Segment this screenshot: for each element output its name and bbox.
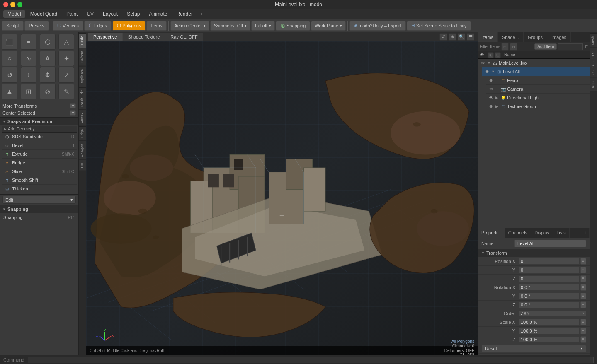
tool-cylinder[interactable]: ⬡ bbox=[40, 34, 56, 50]
expand-icon-light[interactable]: ▶ bbox=[495, 96, 500, 100]
scale-z-btn[interactable]: ≡ bbox=[580, 336, 586, 343]
filter-input[interactable] bbox=[558, 43, 583, 50]
vtab-basic[interactable]: Basic bbox=[79, 33, 86, 48]
items-view-icon-2[interactable]: ⊟ bbox=[495, 52, 501, 58]
position-y-btn[interactable]: ≡ bbox=[580, 267, 586, 273]
tool-sphere[interactable]: ● bbox=[21, 34, 36, 50]
tool-weight[interactable]: ⊞ bbox=[21, 84, 36, 99]
tool-extrude[interactable]: ⬆ Extrude Shift-X bbox=[2, 150, 77, 159]
tool-cone[interactable]: △ bbox=[58, 34, 74, 50]
menu-render[interactable]: Render bbox=[172, 10, 197, 18]
eye-icon-camera[interactable]: 👁 bbox=[488, 86, 495, 92]
menu-layout[interactable]: Layout bbox=[99, 10, 122, 18]
eye-icon-texture[interactable]: 👁 bbox=[488, 103, 495, 110]
snapping-button[interactable]: ⊕ Snapping bbox=[276, 21, 311, 31]
scale-y-value[interactable]: 100.0 % bbox=[519, 328, 580, 334]
add-geometry-header[interactable]: Add Geometry bbox=[2, 126, 77, 133]
tool-thicken[interactable]: ⊟ Thicken bbox=[2, 185, 77, 193]
position-x-value[interactable]: 0 bbox=[519, 258, 580, 265]
viewport-search-button[interactable]: 🔍 bbox=[458, 33, 465, 41]
tool-smooth-shift[interactable]: ⇧ Smooth Shift bbox=[2, 176, 77, 185]
vtab-uv[interactable]: UV bbox=[79, 160, 86, 171]
reset-button[interactable]: Reset bbox=[481, 345, 586, 352]
tool-paint[interactable]: ⊘ bbox=[40, 84, 56, 99]
right-vtab-mesh[interactable]: Mesh bbox=[590, 33, 597, 48]
vertices-button[interactable]: ⬡ Vertices bbox=[53, 21, 83, 31]
menu-setup[interactable]: Setup bbox=[123, 10, 144, 18]
tool-bridge[interactable]: ⌀ Bridge bbox=[2, 159, 77, 167]
vtab-deform[interactable]: Deform bbox=[79, 48, 86, 66]
vtab-vertex[interactable]: Vertex bbox=[79, 110, 86, 126]
viewport-tab-perspective[interactable]: Perspective bbox=[88, 33, 122, 41]
tool-transform[interactable]: ⤢ bbox=[58, 67, 74, 83]
tool-box[interactable]: ⬛ bbox=[2, 34, 17, 50]
items-button[interactable]: Items bbox=[146, 21, 167, 31]
scale-x-value[interactable]: 100.0 % bbox=[519, 319, 580, 325]
name-value[interactable]: Level All bbox=[514, 240, 586, 247]
vtab-mesh-edit[interactable]: Mesh Edit bbox=[79, 87, 86, 109]
tool-edit[interactable]: ✎ bbox=[58, 84, 74, 99]
viewport-reset-button[interactable]: ↺ bbox=[439, 33, 447, 41]
vtab-edge[interactable]: Edge bbox=[79, 126, 86, 140]
vtab-polygon[interactable]: Polygon bbox=[79, 141, 86, 160]
eye-icon-heap[interactable]: 👁 bbox=[488, 77, 495, 84]
eye-icon-level-all[interactable]: 👁 bbox=[484, 68, 490, 75]
tool-disc[interactable]: ○ bbox=[2, 51, 17, 66]
tool-move[interactable]: ✥ bbox=[40, 67, 56, 83]
prop-tab-display[interactable]: Display bbox=[531, 228, 553, 238]
menu-model[interactable]: Model bbox=[3, 10, 25, 18]
add-item-button[interactable]: Add Item bbox=[534, 43, 557, 50]
scale-x-btn[interactable]: ≡ bbox=[580, 319, 586, 325]
maximize-button[interactable] bbox=[17, 2, 22, 7]
action-center-dropdown[interactable]: Action Center bbox=[170, 21, 209, 31]
tool-sds-subdivide[interactable]: ⬡ SDS Subdivide D bbox=[2, 133, 77, 141]
command-input[interactable] bbox=[28, 357, 594, 363]
tree-item-camera[interactable]: 👁 📷 Camera bbox=[486, 85, 590, 94]
scale-z-value[interactable]: 100.0 % bbox=[519, 336, 580, 343]
right-vtab-user-channels[interactable]: User Channels bbox=[590, 48, 597, 78]
tool-star[interactable]: ✦ bbox=[58, 51, 74, 66]
eye-icon-light[interactable]: 👁 bbox=[488, 94, 495, 101]
viewport-camera-button[interactable]: ⊕ bbox=[449, 33, 456, 41]
snapping-item[interactable]: Snapping F11 bbox=[2, 214, 77, 221]
vtab-duplicate[interactable]: Duplicate bbox=[79, 66, 86, 87]
scale-y-btn[interactable]: ≡ bbox=[580, 328, 586, 334]
sculpt-button[interactable]: Sculpt bbox=[2, 21, 24, 31]
minimize-button[interactable] bbox=[10, 2, 15, 7]
presets-button[interactable]: Presets bbox=[24, 21, 49, 31]
rotation-z-value[interactable]: 0.0 ° bbox=[519, 301, 580, 308]
menu-model-quad[interactable]: Model Quad bbox=[26, 10, 61, 18]
expand-icon-level-all[interactable]: ▼ bbox=[491, 70, 495, 74]
viewport-tab-shaded[interactable]: Shaded Texture bbox=[122, 33, 165, 41]
tool-scale[interactable]: ↕ bbox=[21, 67, 36, 83]
menu-uv[interactable]: UV bbox=[83, 10, 98, 18]
position-x-btn[interactable]: ≡ bbox=[580, 258, 586, 265]
rotation-z-btn[interactable]: ≡ bbox=[580, 301, 586, 308]
work-plane-dropdown[interactable]: Work Plane bbox=[311, 21, 346, 31]
tool-rotate[interactable]: ↺ bbox=[2, 67, 17, 83]
snapping-section-header[interactable]: Snapping bbox=[0, 205, 78, 213]
snaps-section-header[interactable]: Snaps and Precision bbox=[0, 117, 78, 125]
position-y-value[interactable]: 0 bbox=[519, 267, 580, 273]
position-z-value[interactable]: 0 bbox=[519, 275, 580, 282]
symmetry-dropdown[interactable]: Symmetry: Off bbox=[210, 21, 250, 31]
tab-shade[interactable]: Shade... bbox=[498, 32, 524, 42]
items-icon-1[interactable]: ⊞ bbox=[501, 43, 509, 51]
more-transforms-dropdown[interactable] bbox=[70, 103, 76, 108]
edit-dropdown[interactable]: Edit bbox=[2, 196, 76, 204]
expand-icon-mainlevel[interactable]: ▼ bbox=[487, 61, 491, 65]
edges-button[interactable]: ⬡ Edges bbox=[84, 21, 112, 31]
tree-item-mainlevel[interactable]: 👁 ▼ 🗂 MainLevel.lxo bbox=[478, 59, 590, 67]
prop-tab-channels[interactable]: Channels bbox=[505, 228, 531, 238]
rotation-y-value[interactable]: 0.0 ° bbox=[519, 293, 580, 299]
falloff-dropdown[interactable]: Falloff bbox=[251, 21, 275, 31]
transform-section-header[interactable]: Transform bbox=[478, 249, 590, 257]
prop-tab-lists[interactable]: Lists bbox=[553, 228, 570, 238]
items-view-icon-1[interactable]: ⊞ bbox=[488, 52, 494, 58]
tab-images[interactable]: Images bbox=[547, 32, 571, 42]
close-button[interactable] bbox=[3, 2, 8, 7]
rotation-x-value[interactable]: 0.0 ° bbox=[519, 284, 580, 291]
tool-bevel[interactable]: ◇ Bevel B bbox=[2, 141, 77, 150]
viewport-canvas[interactable]: X Y Z Ctrl-Shift-Middle Click and Drag: … bbox=[86, 41, 478, 355]
viewport-menu-button[interactable]: ☰ bbox=[467, 33, 474, 41]
